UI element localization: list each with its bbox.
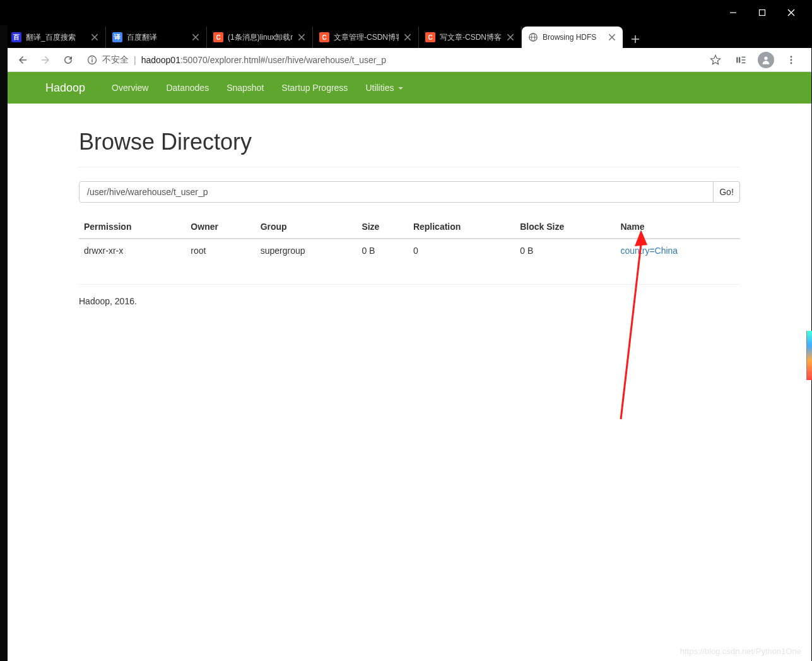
close-icon[interactable] [506, 33, 515, 42]
page-title: Browse Directory [79, 129, 740, 155]
tab-csdn-write[interactable]: C 写文章-CSDN博客 [419, 27, 522, 48]
url-text: hadoop01:50070/explorer.html#/user/hive/… [141, 55, 386, 65]
col-block-size: Block Size [515, 215, 615, 239]
svg-point-29 [764, 56, 767, 59]
col-group: Group [256, 215, 357, 239]
close-icon[interactable] [608, 33, 616, 42]
col-name: Name [615, 215, 740, 239]
divider [79, 284, 740, 285]
background-terminal-sliver [0, 25, 8, 661]
favicon-csdn-icon: C [213, 32, 223, 42]
close-icon[interactable] [191, 33, 200, 42]
cell-size: 0 B [356, 239, 408, 263]
favicon-csdn-icon: C [319, 32, 329, 42]
info-icon [87, 55, 97, 65]
path-input-row: Go! [79, 181, 740, 203]
tab-title: 翻译_百度搜索 [26, 32, 86, 43]
window-titlebar [0, 0, 812, 25]
tab-title: 文章管理-CSDN博客 [334, 32, 399, 43]
directory-table: Permission Owner Group Size Replication … [79, 215, 740, 263]
close-icon[interactable] [297, 33, 306, 42]
forward-button[interactable] [35, 50, 56, 70]
divider [79, 167, 740, 167]
tab-csdn-linux[interactable]: C (1条消息)linux卸载n [207, 27, 313, 48]
nav-overview[interactable]: Overview [112, 83, 148, 93]
tab-browsing-hdfs[interactable]: Browsing HDFS [522, 27, 623, 48]
svg-point-30 [791, 56, 792, 57]
table-row: drwxr-xr-x root supergroup 0 B 0 0 B cou… [79, 239, 740, 263]
svg-point-32 [791, 62, 792, 64]
hadoop-navbar: Hadoop Overview Datanodes Snapshot Start… [8, 72, 811, 104]
tab-title: Browsing HDFS [543, 33, 603, 42]
col-owner: Owner [185, 215, 255, 239]
menu-button[interactable] [781, 50, 801, 70]
cell-block-size: 0 B [515, 239, 615, 263]
window-minimize-button[interactable] [719, 3, 748, 23]
tab-baidu-translate[interactable]: 译 百度翻译 [106, 27, 207, 48]
page-content: Hadoop Overview Datanodes Snapshot Start… [8, 72, 811, 661]
close-icon[interactable] [90, 33, 99, 42]
back-button[interactable] [13, 50, 33, 70]
svg-rect-24 [736, 57, 738, 63]
cell-replication: 0 [408, 239, 515, 263]
favicon-translate-icon: 译 [112, 32, 122, 42]
nav-startup-progress[interactable]: Startup Progress [281, 83, 348, 93]
col-size: Size [356, 215, 408, 239]
profile-button[interactable] [756, 50, 776, 70]
cell-permission: drwxr-xr-x [79, 239, 185, 263]
bookmark-button[interactable] [705, 50, 726, 70]
cell-name-link[interactable]: country=China [615, 239, 740, 263]
col-permission: Permission [79, 215, 185, 239]
right-edge-indicator [806, 331, 812, 380]
tab-title: 百度翻译 [127, 32, 187, 43]
nav-datanodes[interactable]: Datanodes [166, 83, 209, 93]
tab-title: 写文章-CSDN博客 [440, 32, 502, 43]
tab-csdn-manage[interactable]: C 文章管理-CSDN博客 [313, 27, 419, 48]
tab-title: (1条消息)linux卸载n [228, 32, 293, 43]
window-maximize-button[interactable] [748, 3, 777, 23]
browser-address-bar: 不安全 | hadoop01:50070/explorer.html#/user… [8, 48, 811, 72]
url-field[interactable]: 不安全 | hadoop01:50070/explorer.html#/user… [81, 51, 703, 69]
favicon-globe-icon [528, 32, 538, 42]
reload-button[interactable] [58, 50, 78, 70]
media-control-icon[interactable] [731, 50, 751, 70]
brand-logo[interactable]: Hadoop [45, 81, 85, 95]
cell-owner: root [185, 239, 255, 263]
separator: | [134, 55, 136, 65]
favicon-csdn-icon: C [425, 32, 435, 42]
svg-rect-25 [739, 57, 740, 63]
cell-group: supergroup [256, 239, 357, 263]
new-tab-button[interactable] [627, 30, 644, 48]
browser-tabs-bar: 百 翻译_百度搜索 译 百度翻译 C (1条消息)linux卸载n C 文章管理… [0, 25, 812, 48]
insecure-label: 不安全 [102, 54, 129, 66]
svg-rect-1 [760, 10, 765, 16]
footer-text: Hadoop, 2016. [79, 296, 740, 306]
nav-snapshot[interactable]: Snapshot [227, 83, 264, 93]
window-close-button[interactable] [777, 3, 806, 23]
go-button[interactable]: Go! [714, 181, 740, 203]
favicon-baidu-icon: 百 [11, 32, 21, 42]
path-input[interactable] [79, 181, 714, 203]
col-replication: Replication [408, 215, 515, 239]
watermark-text: https://blog.csdn.net/Python1One [680, 646, 801, 656]
tab-baidu-search[interactable]: 百 翻译_百度搜索 [5, 27, 106, 48]
nav-utilities-dropdown[interactable]: Utilities [365, 83, 403, 93]
close-icon[interactable] [403, 33, 412, 42]
svg-point-31 [791, 59, 792, 61]
svg-point-23 [91, 57, 93, 58]
